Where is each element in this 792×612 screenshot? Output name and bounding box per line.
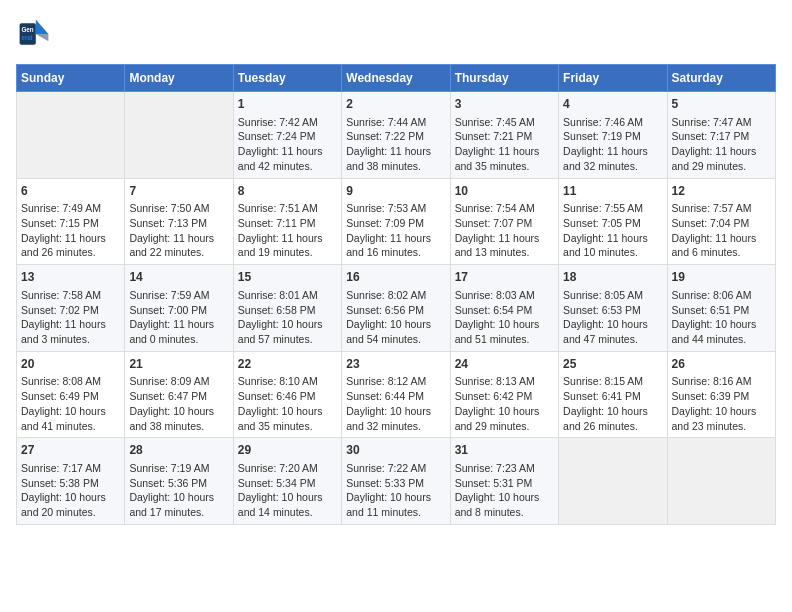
sunrise-text: Sunrise: 7:55 AM: [563, 201, 662, 216]
svg-marker-1: [36, 34, 49, 41]
daylight-text: Daylight: 10 hours and 29 minutes.: [455, 404, 554, 433]
weekday-header: Wednesday: [342, 65, 450, 92]
sunrise-text: Sunrise: 7:50 AM: [129, 201, 228, 216]
calendar-cell: 6Sunrise: 7:49 AMSunset: 7:15 PMDaylight…: [17, 178, 125, 265]
sunset-text: Sunset: 5:34 PM: [238, 476, 337, 491]
svg-text:Gen: Gen: [21, 26, 33, 33]
calendar-cell: 20Sunrise: 8:08 AMSunset: 6:49 PMDayligh…: [17, 351, 125, 438]
sunrise-text: Sunrise: 8:03 AM: [455, 288, 554, 303]
day-number: 17: [455, 269, 554, 286]
daylight-text: Daylight: 11 hours and 0 minutes.: [129, 317, 228, 346]
weekday-header: Saturday: [667, 65, 775, 92]
sunrise-text: Sunrise: 8:15 AM: [563, 374, 662, 389]
sunset-text: Sunset: 7:13 PM: [129, 216, 228, 231]
calendar-cell: 10Sunrise: 7:54 AMSunset: 7:07 PMDayligh…: [450, 178, 558, 265]
calendar-cell: 9Sunrise: 7:53 AMSunset: 7:09 PMDaylight…: [342, 178, 450, 265]
day-number: 10: [455, 183, 554, 200]
calendar-cell: 11Sunrise: 7:55 AMSunset: 7:05 PMDayligh…: [559, 178, 667, 265]
calendar-cell: 18Sunrise: 8:05 AMSunset: 6:53 PMDayligh…: [559, 265, 667, 352]
sunrise-text: Sunrise: 7:44 AM: [346, 115, 445, 130]
calendar-cell: 24Sunrise: 8:13 AMSunset: 6:42 PMDayligh…: [450, 351, 558, 438]
sunrise-text: Sunrise: 7:42 AM: [238, 115, 337, 130]
sunset-text: Sunset: 7:02 PM: [21, 303, 120, 318]
day-number: 6: [21, 183, 120, 200]
calendar-cell: 5Sunrise: 7:47 AMSunset: 7:17 PMDaylight…: [667, 92, 775, 179]
sunrise-text: Sunrise: 8:05 AM: [563, 288, 662, 303]
sunrise-text: Sunrise: 7:20 AM: [238, 461, 337, 476]
calendar-cell: 14Sunrise: 7:59 AMSunset: 7:00 PMDayligh…: [125, 265, 233, 352]
sunrise-text: Sunrise: 7:46 AM: [563, 115, 662, 130]
daylight-text: Daylight: 11 hours and 35 minutes.: [455, 144, 554, 173]
day-number: 31: [455, 442, 554, 459]
sunset-text: Sunset: 6:53 PM: [563, 303, 662, 318]
sunrise-text: Sunrise: 7:53 AM: [346, 201, 445, 216]
sunset-text: Sunset: 5:33 PM: [346, 476, 445, 491]
sunrise-text: Sunrise: 7:57 AM: [672, 201, 771, 216]
day-number: 25: [563, 356, 662, 373]
calendar-cell: 13Sunrise: 7:58 AMSunset: 7:02 PMDayligh…: [17, 265, 125, 352]
sunrise-text: Sunrise: 8:13 AM: [455, 374, 554, 389]
calendar-cell: 25Sunrise: 8:15 AMSunset: 6:41 PMDayligh…: [559, 351, 667, 438]
svg-text:eral: eral: [21, 34, 32, 41]
day-number: 8: [238, 183, 337, 200]
daylight-text: Daylight: 10 hours and 35 minutes.: [238, 404, 337, 433]
weekday-header: Friday: [559, 65, 667, 92]
sunset-text: Sunset: 7:24 PM: [238, 129, 337, 144]
day-number: 27: [21, 442, 120, 459]
sunset-text: Sunset: 7:17 PM: [672, 129, 771, 144]
svg-marker-0: [36, 20, 49, 34]
day-number: 1: [238, 96, 337, 113]
day-number: 24: [455, 356, 554, 373]
daylight-text: Daylight: 10 hours and 41 minutes.: [21, 404, 120, 433]
day-number: 3: [455, 96, 554, 113]
day-number: 18: [563, 269, 662, 286]
sunset-text: Sunset: 6:39 PM: [672, 389, 771, 404]
sunrise-text: Sunrise: 7:45 AM: [455, 115, 554, 130]
sunrise-text: Sunrise: 8:10 AM: [238, 374, 337, 389]
day-number: 19: [672, 269, 771, 286]
day-number: 14: [129, 269, 228, 286]
logo: Gen eral: [16, 16, 56, 52]
sunset-text: Sunset: 6:44 PM: [346, 389, 445, 404]
day-number: 21: [129, 356, 228, 373]
sunset-text: Sunset: 6:42 PM: [455, 389, 554, 404]
sunset-text: Sunset: 7:07 PM: [455, 216, 554, 231]
day-number: 29: [238, 442, 337, 459]
sunset-text: Sunset: 6:56 PM: [346, 303, 445, 318]
calendar-cell: 16Sunrise: 8:02 AMSunset: 6:56 PMDayligh…: [342, 265, 450, 352]
sunrise-text: Sunrise: 7:19 AM: [129, 461, 228, 476]
sunrise-text: Sunrise: 8:09 AM: [129, 374, 228, 389]
calendar-cell: 7Sunrise: 7:50 AMSunset: 7:13 PMDaylight…: [125, 178, 233, 265]
sunrise-text: Sunrise: 7:51 AM: [238, 201, 337, 216]
daylight-text: Daylight: 11 hours and 13 minutes.: [455, 231, 554, 260]
daylight-text: Daylight: 11 hours and 29 minutes.: [672, 144, 771, 173]
daylight-text: Daylight: 10 hours and 8 minutes.: [455, 490, 554, 519]
sunrise-text: Sunrise: 7:49 AM: [21, 201, 120, 216]
daylight-text: Daylight: 11 hours and 32 minutes.: [563, 144, 662, 173]
daylight-text: Daylight: 11 hours and 16 minutes.: [346, 231, 445, 260]
sunset-text: Sunset: 6:51 PM: [672, 303, 771, 318]
weekday-header: Monday: [125, 65, 233, 92]
calendar-cell: 19Sunrise: 8:06 AMSunset: 6:51 PMDayligh…: [667, 265, 775, 352]
calendar-cell: 26Sunrise: 8:16 AMSunset: 6:39 PMDayligh…: [667, 351, 775, 438]
sunrise-text: Sunrise: 8:16 AM: [672, 374, 771, 389]
sunset-text: Sunset: 7:11 PM: [238, 216, 337, 231]
daylight-text: Daylight: 10 hours and 47 minutes.: [563, 317, 662, 346]
daylight-text: Daylight: 11 hours and 10 minutes.: [563, 231, 662, 260]
day-number: 26: [672, 356, 771, 373]
daylight-text: Daylight: 10 hours and 17 minutes.: [129, 490, 228, 519]
day-number: 23: [346, 356, 445, 373]
day-number: 2: [346, 96, 445, 113]
page-header: Gen eral: [16, 16, 776, 52]
calendar-cell: [17, 92, 125, 179]
calendar-cell: 28Sunrise: 7:19 AMSunset: 5:36 PMDayligh…: [125, 438, 233, 525]
daylight-text: Daylight: 10 hours and 51 minutes.: [455, 317, 554, 346]
day-number: 11: [563, 183, 662, 200]
day-number: 5: [672, 96, 771, 113]
sunset-text: Sunset: 6:46 PM: [238, 389, 337, 404]
calendar-cell: [125, 92, 233, 179]
sunset-text: Sunset: 7:19 PM: [563, 129, 662, 144]
sunrise-text: Sunrise: 7:58 AM: [21, 288, 120, 303]
daylight-text: Daylight: 10 hours and 23 minutes.: [672, 404, 771, 433]
calendar-cell: 4Sunrise: 7:46 AMSunset: 7:19 PMDaylight…: [559, 92, 667, 179]
